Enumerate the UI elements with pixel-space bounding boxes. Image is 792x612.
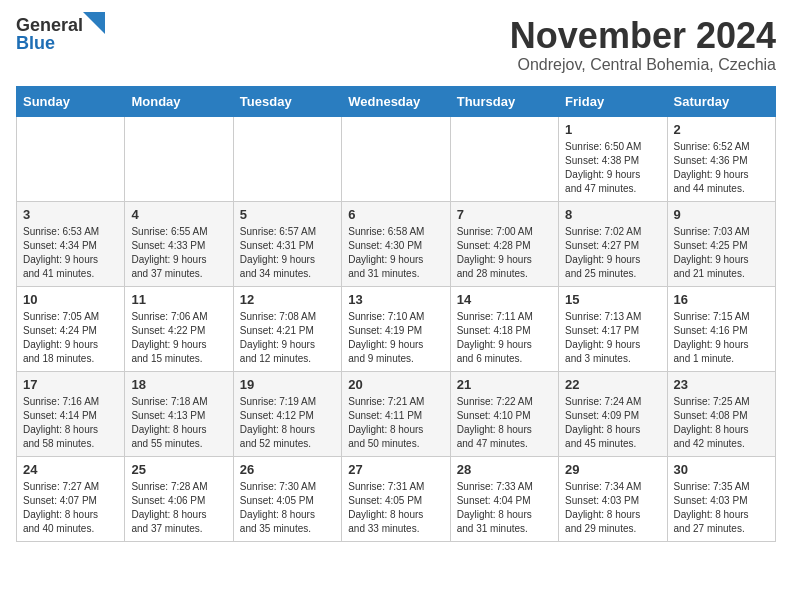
day-info: Sunrise: 7:22 AM Sunset: 4:10 PM Dayligh… [457, 395, 552, 451]
day-info: Sunrise: 7:02 AM Sunset: 4:27 PM Dayligh… [565, 225, 660, 281]
day-number: 14 [457, 292, 552, 307]
calendar-cell: 30Sunrise: 7:35 AM Sunset: 4:03 PM Dayli… [667, 456, 775, 541]
calendar-cell: 6Sunrise: 6:58 AM Sunset: 4:30 PM Daylig… [342, 201, 450, 286]
weekday-header-wednesday: Wednesday [342, 86, 450, 116]
location-text: Ondrejov, Central Bohemia, Czechia [510, 56, 776, 74]
day-info: Sunrise: 6:52 AM Sunset: 4:36 PM Dayligh… [674, 140, 769, 196]
calendar-cell: 3Sunrise: 6:53 AM Sunset: 4:34 PM Daylig… [17, 201, 125, 286]
day-number: 23 [674, 377, 769, 392]
weekday-header-sunday: Sunday [17, 86, 125, 116]
day-info: Sunrise: 7:27 AM Sunset: 4:07 PM Dayligh… [23, 480, 118, 536]
day-number: 15 [565, 292, 660, 307]
logo-triangle-icon [83, 12, 105, 34]
calendar-cell [342, 116, 450, 201]
calendar-cell [17, 116, 125, 201]
calendar-cell: 12Sunrise: 7:08 AM Sunset: 4:21 PM Dayli… [233, 286, 341, 371]
day-number: 10 [23, 292, 118, 307]
calendar-cell: 13Sunrise: 7:10 AM Sunset: 4:19 PM Dayli… [342, 286, 450, 371]
week-row-2: 3Sunrise: 6:53 AM Sunset: 4:34 PM Daylig… [17, 201, 776, 286]
day-number: 7 [457, 207, 552, 222]
week-row-1: 1Sunrise: 6:50 AM Sunset: 4:38 PM Daylig… [17, 116, 776, 201]
day-number: 20 [348, 377, 443, 392]
day-info: Sunrise: 7:19 AM Sunset: 4:12 PM Dayligh… [240, 395, 335, 451]
week-row-5: 24Sunrise: 7:27 AM Sunset: 4:07 PM Dayli… [17, 456, 776, 541]
day-info: Sunrise: 7:25 AM Sunset: 4:08 PM Dayligh… [674, 395, 769, 451]
day-number: 5 [240, 207, 335, 222]
weekday-header-monday: Monday [125, 86, 233, 116]
calendar-cell: 29Sunrise: 7:34 AM Sunset: 4:03 PM Dayli… [559, 456, 667, 541]
calendar-cell: 8Sunrise: 7:02 AM Sunset: 4:27 PM Daylig… [559, 201, 667, 286]
weekday-header-friday: Friday [559, 86, 667, 116]
day-info: Sunrise: 7:03 AM Sunset: 4:25 PM Dayligh… [674, 225, 769, 281]
calendar-cell: 20Sunrise: 7:21 AM Sunset: 4:11 PM Dayli… [342, 371, 450, 456]
month-title: November 2024 [510, 16, 776, 56]
day-info: Sunrise: 6:57 AM Sunset: 4:31 PM Dayligh… [240, 225, 335, 281]
calendar-cell [450, 116, 558, 201]
page-container: General Blue November 2024 Ondrejov, Cen… [16, 16, 776, 542]
day-info: Sunrise: 7:28 AM Sunset: 4:06 PM Dayligh… [131, 480, 226, 536]
logo-blue-text: Blue [16, 34, 55, 52]
day-info: Sunrise: 7:34 AM Sunset: 4:03 PM Dayligh… [565, 480, 660, 536]
day-number: 9 [674, 207, 769, 222]
day-info: Sunrise: 6:50 AM Sunset: 4:38 PM Dayligh… [565, 140, 660, 196]
day-number: 17 [23, 377, 118, 392]
calendar-cell: 2Sunrise: 6:52 AM Sunset: 4:36 PM Daylig… [667, 116, 775, 201]
day-number: 29 [565, 462, 660, 477]
calendar-cell: 28Sunrise: 7:33 AM Sunset: 4:04 PM Dayli… [450, 456, 558, 541]
calendar-cell: 10Sunrise: 7:05 AM Sunset: 4:24 PM Dayli… [17, 286, 125, 371]
day-info: Sunrise: 7:24 AM Sunset: 4:09 PM Dayligh… [565, 395, 660, 451]
day-number: 28 [457, 462, 552, 477]
calendar-cell [233, 116, 341, 201]
day-number: 21 [457, 377, 552, 392]
day-number: 26 [240, 462, 335, 477]
header: General Blue November 2024 Ondrejov, Cen… [16, 16, 776, 74]
calendar-cell: 17Sunrise: 7:16 AM Sunset: 4:14 PM Dayli… [17, 371, 125, 456]
calendar-cell: 15Sunrise: 7:13 AM Sunset: 4:17 PM Dayli… [559, 286, 667, 371]
calendar-cell: 21Sunrise: 7:22 AM Sunset: 4:10 PM Dayli… [450, 371, 558, 456]
day-info: Sunrise: 7:15 AM Sunset: 4:16 PM Dayligh… [674, 310, 769, 366]
day-number: 16 [674, 292, 769, 307]
calendar-cell: 11Sunrise: 7:06 AM Sunset: 4:22 PM Dayli… [125, 286, 233, 371]
weekday-header-thursday: Thursday [450, 86, 558, 116]
day-number: 13 [348, 292, 443, 307]
day-number: 6 [348, 207, 443, 222]
day-number: 8 [565, 207, 660, 222]
calendar-cell: 24Sunrise: 7:27 AM Sunset: 4:07 PM Dayli… [17, 456, 125, 541]
day-info: Sunrise: 6:58 AM Sunset: 4:30 PM Dayligh… [348, 225, 443, 281]
day-info: Sunrise: 6:55 AM Sunset: 4:33 PM Dayligh… [131, 225, 226, 281]
title-area: November 2024 Ondrejov, Central Bohemia,… [510, 16, 776, 74]
weekday-header-tuesday: Tuesday [233, 86, 341, 116]
calendar-cell: 1Sunrise: 6:50 AM Sunset: 4:38 PM Daylig… [559, 116, 667, 201]
calendar-cell: 14Sunrise: 7:11 AM Sunset: 4:18 PM Dayli… [450, 286, 558, 371]
calendar-table: SundayMondayTuesdayWednesdayThursdayFrid… [16, 86, 776, 542]
day-info: Sunrise: 7:35 AM Sunset: 4:03 PM Dayligh… [674, 480, 769, 536]
day-number: 18 [131, 377, 226, 392]
svg-marker-0 [83, 12, 105, 34]
calendar-cell: 18Sunrise: 7:18 AM Sunset: 4:13 PM Dayli… [125, 371, 233, 456]
day-info: Sunrise: 7:21 AM Sunset: 4:11 PM Dayligh… [348, 395, 443, 451]
day-info: Sunrise: 7:13 AM Sunset: 4:17 PM Dayligh… [565, 310, 660, 366]
day-info: Sunrise: 6:53 AM Sunset: 4:34 PM Dayligh… [23, 225, 118, 281]
calendar-cell [125, 116, 233, 201]
logo-general-text: General [16, 16, 83, 34]
day-info: Sunrise: 7:06 AM Sunset: 4:22 PM Dayligh… [131, 310, 226, 366]
calendar-cell: 26Sunrise: 7:30 AM Sunset: 4:05 PM Dayli… [233, 456, 341, 541]
calendar-cell: 25Sunrise: 7:28 AM Sunset: 4:06 PM Dayli… [125, 456, 233, 541]
day-number: 24 [23, 462, 118, 477]
weekday-header-saturday: Saturday [667, 86, 775, 116]
day-number: 19 [240, 377, 335, 392]
calendar-cell: 4Sunrise: 6:55 AM Sunset: 4:33 PM Daylig… [125, 201, 233, 286]
week-row-3: 10Sunrise: 7:05 AM Sunset: 4:24 PM Dayli… [17, 286, 776, 371]
day-info: Sunrise: 7:00 AM Sunset: 4:28 PM Dayligh… [457, 225, 552, 281]
logo: General Blue [16, 16, 83, 52]
day-info: Sunrise: 7:11 AM Sunset: 4:18 PM Dayligh… [457, 310, 552, 366]
day-info: Sunrise: 7:05 AM Sunset: 4:24 PM Dayligh… [23, 310, 118, 366]
weekday-header-row: SundayMondayTuesdayWednesdayThursdayFrid… [17, 86, 776, 116]
day-number: 4 [131, 207, 226, 222]
calendar-cell: 16Sunrise: 7:15 AM Sunset: 4:16 PM Dayli… [667, 286, 775, 371]
day-info: Sunrise: 7:30 AM Sunset: 4:05 PM Dayligh… [240, 480, 335, 536]
day-number: 11 [131, 292, 226, 307]
day-number: 22 [565, 377, 660, 392]
week-row-4: 17Sunrise: 7:16 AM Sunset: 4:14 PM Dayli… [17, 371, 776, 456]
day-info: Sunrise: 7:08 AM Sunset: 4:21 PM Dayligh… [240, 310, 335, 366]
